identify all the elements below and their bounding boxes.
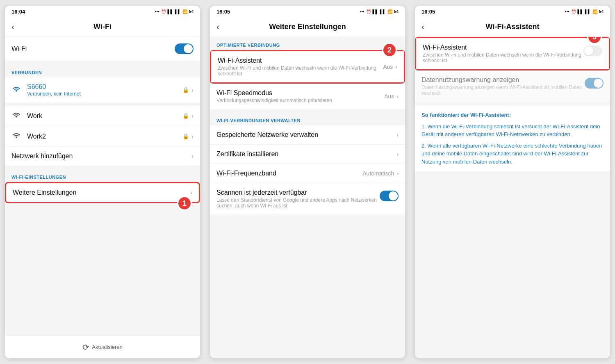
assistant3-toggle-knob [584, 46, 593, 55]
lock-icon-work2: 🔒 [182, 133, 189, 139]
refresh-icon: ⟳ [82, 342, 89, 352]
how-it-works-point2: 2. Wenn alle verfügbaren Wi-Fi-Netzwerke… [421, 142, 604, 166]
toggle-knob [184, 44, 193, 53]
scannen-item[interactable]: Scannen ist jederzeit verfügbar Lasse de… [210, 183, 405, 214]
back-button-3[interactable]: ‹ [421, 22, 424, 32]
zertifikate-right: › [396, 151, 399, 157]
weitere-highlight-wrapper: Weitere Einstellungen › 1 [5, 182, 200, 203]
scannen-toggle[interactable] [380, 191, 399, 201]
gespeicherte-item[interactable]: Gespeicherte Netzwerke verwalten › [210, 125, 405, 145]
datennutzung-right [585, 78, 604, 89]
nav-bar-1: ‹ Wi-Fi [5, 17, 200, 37]
wifi-status-icon-3: 📶 [592, 9, 597, 14]
back-button-2[interactable]: ‹ [216, 22, 219, 32]
scannen-content: Scannen ist jederzeit verfügbar Lasse de… [216, 189, 380, 209]
wifi-status-icon: 📶 [182, 9, 187, 14]
nav-title-3: Wi-Fi-Assistent [486, 23, 540, 31]
divider-1 [5, 61, 200, 64]
assistant-highlight-wrapper: Wi-Fi-Assistent Zwischen Wi-Fi und mobil… [210, 50, 405, 84]
wifi-work-icon [11, 111, 21, 120]
frequenzband-right: Automatisch › [362, 170, 399, 177]
network-work2-item[interactable]: Work2 🔒 › [5, 126, 200, 147]
gespeicherte-right: › [396, 132, 399, 138]
back-button-1[interactable]: ‹ [11, 22, 14, 32]
divider-3 [5, 166, 200, 169]
alarm-icon-2: ⏰ [366, 9, 371, 14]
chevron-icon-work2: › [191, 133, 194, 140]
signal1-icon: ▌▌ [168, 9, 173, 14]
bottom-bar-label: Aktualisieren [92, 344, 122, 350]
manage-block: Gespeicherte Netzwerke verwalten › Zerti… [210, 125, 405, 214]
add-network-label: Netzwerk hinzufügen [11, 152, 191, 160]
status-bar-3: 16:05 ••• ⏰ ▌▌ ▌▌ 📶 54 [415, 6, 610, 17]
wifi-speedmodus-subtitle: Verbindungsgeschwindigkeit automatisch p… [216, 98, 384, 103]
wifi-toggle-row[interactable]: Wi-Fi [5, 37, 200, 61]
status-time-1: 16:04 [11, 9, 25, 15]
bottom-bar-1[interactable]: ⟳ Aktualisieren [5, 335, 200, 358]
chevron-icon-weitere: › [190, 189, 192, 196]
section-optimized-header: OPTIMIERTE VERBINDUNG [210, 37, 405, 50]
wifi-assistant3-toggle[interactable] [583, 46, 602, 56]
dots-icon-2: ••• [360, 9, 364, 14]
network-work2-name: Work2 [27, 133, 182, 140]
weitere-right: › [190, 189, 192, 196]
divider-2 [5, 102, 200, 106]
screen3: 16:05 ••• ⏰ ▌▌ ▌▌ 📶 54 ‹ Wi-Fi-Assistent… [415, 6, 610, 358]
weitere-einstellungen-item[interactable]: Weitere Einstellungen › [5, 182, 200, 203]
datennutzung-title: Datennutzungswarnung anzeigen [421, 76, 585, 84]
weitere-label: Weitere Einstellungen [13, 189, 190, 196]
wifi-assistant-subtitle-2: Zwischen Wi-Fi und mobilen Daten wechsel… [218, 65, 383, 77]
nav-bar-2: ‹ Weitere Einstellungen [210, 17, 405, 37]
alarm-icon-3: ⏰ [571, 9, 576, 14]
connected-network-block: S6660 Verbunden, kein Internet 🔒 › [5, 77, 200, 102]
wifi-speedmodus-right: Aus › [384, 93, 399, 100]
network-work2-right: 🔒 › [182, 133, 194, 140]
frequenzband-item[interactable]: Wi-Fi-Frequenzband Automatisch › [210, 164, 405, 183]
spacer-1 [5, 203, 200, 216]
network-work-item[interactable]: Work 🔒 › [5, 106, 200, 126]
wifi-connected-icon [11, 86, 21, 94]
chevron-icon-gespeicherte: › [396, 132, 399, 138]
nav-title-1: Wi-Fi [93, 23, 112, 31]
connected-network-name: S6660 [27, 83, 182, 91]
zertifikate-item[interactable]: Zertifikate installieren › [210, 145, 405, 164]
divider-5 [415, 102, 610, 105]
assistant3-highlight-wrapper: Wi-Fi-Assistent Zwischen Wi-Fi und mobil… [415, 37, 610, 71]
wifi-speedmodus-value: Aus [384, 93, 394, 100]
wifi-assistant3-subtitle: Zwischen Wi-Fi und mobilen Daten wechsel… [423, 52, 583, 64]
how-it-works-block: So funktioniert der Wi-Fi-Assistent: 1. … [415, 105, 610, 171]
wifi-speedmodus-item[interactable]: Wi-Fi Speedmodus Verbindungsgeschwindigk… [210, 84, 405, 109]
datennutzung-content: Datennutzungswarnung anzeigen Datennutzu… [421, 76, 585, 96]
wifi-status-icon-2: 📶 [387, 9, 392, 14]
screen1: 16:04 ••• ⏰ ▌▌ ▌▌ 📶 54 ‹ Wi-Fi Wi-Fi VER… [5, 6, 200, 358]
gespeicherte-label: Gespeicherte Netzwerke verwalten [216, 131, 396, 139]
scannen-toggle-knob [389, 191, 398, 200]
signal2-icon-3: ▌▌ [585, 9, 591, 14]
battery-icon-2: 54 [394, 9, 399, 14]
connected-network-item[interactable]: S6660 Verbunden, kein Internet 🔒 › [5, 77, 200, 102]
wifi-assistant-title-2: Wi-Fi-Assistent [218, 57, 383, 64]
wifi-toggle[interactable] [175, 43, 194, 54]
wifi-assistant-content-2: Wi-Fi-Assistent Zwischen Wi-Fi und mobil… [218, 57, 383, 77]
add-network-item[interactable]: Netzwerk hinzufügen › [5, 147, 200, 166]
wifi-assistant3-block: Wi-Fi-Assistent Zwischen Wi-Fi und mobil… [415, 37, 610, 71]
battery-icon-3: 54 [599, 9, 604, 14]
wifi-assistant-block: Wi-Fi-Assistent Zwischen Wi-Fi und mobil… [210, 50, 405, 84]
wifi-speedmodus-title: Wi-Fi Speedmodus [216, 89, 384, 97]
signal1-icon-2: ▌▌ [373, 9, 378, 14]
frequenzband-value: Automatisch [362, 170, 394, 177]
section-manage-header: WI-FI-VERBINDUNGEN VERWALTEN [210, 112, 405, 125]
dots-icon-3: ••• [565, 9, 569, 14]
scannen-right [380, 191, 399, 201]
nav-title-2: Weitere Einstellungen [269, 23, 346, 31]
step-badge-1: 1 [177, 196, 192, 211]
wifi-assistant3-item[interactable]: Wi-Fi-Assistent Zwischen Wi-Fi und mobil… [416, 38, 609, 69]
status-time-2: 16:05 [216, 9, 230, 15]
network-work-name: Work [27, 112, 182, 120]
speedmodus-block: Wi-Fi Speedmodus Verbindungsgeschwindigk… [210, 84, 405, 109]
status-bar-2: 16:05 ••• ⏰ ▌▌ ▌▌ 📶 54 [210, 6, 405, 17]
screen2: 16:05 ••• ⏰ ▌▌ ▌▌ 📶 54 ‹ Weitere Einstel… [210, 6, 405, 358]
wifi-assistant-item-2[interactable]: Wi-Fi-Assistent Zwischen Wi-Fi und mobil… [211, 51, 404, 82]
connected-network-content: S6660 Verbunden, kein Internet [27, 83, 182, 97]
network-work2-content: Work2 [27, 133, 182, 140]
